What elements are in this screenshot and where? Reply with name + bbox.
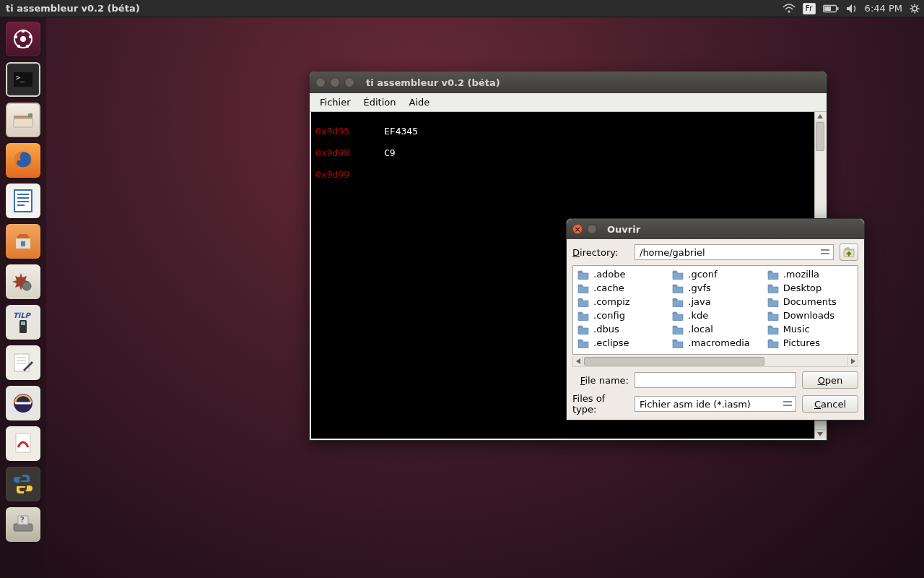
- app-titlebar[interactable]: ti assembleur v0.2 (béta): [310, 72, 827, 93]
- volume-icon[interactable]: [846, 4, 858, 14]
- svg-point-0: [788, 10, 790, 12]
- launcher-eclipse-icon[interactable]: [6, 386, 40, 420]
- launcher-evince-icon[interactable]: [6, 426, 40, 461]
- dialog-titlebar[interactable]: Ouvrir: [567, 219, 864, 239]
- top-panel: ti assembleur v0.2 (béta) Fr 6:44 PM: [0, 0, 924, 17]
- svg-point-19: [14, 35, 17, 38]
- file-entry-label: Pictures: [783, 337, 820, 348]
- menu-help[interactable]: Aide: [403, 95, 435, 110]
- help-icon[interactable]: [587, 224, 597, 234]
- battery-icon[interactable]: [823, 4, 839, 13]
- file-entry[interactable]: .adobe: [576, 267, 665, 281]
- file-entry[interactable]: .dbus: [576, 322, 665, 336]
- file-entry[interactable]: .cache: [576, 281, 665, 295]
- launcher-terminal-icon[interactable]: >_: [6, 62, 40, 97]
- file-entry[interactable]: Desktop: [766, 281, 855, 295]
- file-entry-label: .cache: [593, 282, 624, 293]
- file-entry-label: .gconf: [688, 269, 717, 280]
- horizontal-scrollbar[interactable]: [572, 356, 858, 367]
- file-entry[interactable]: .mozilla: [766, 267, 855, 281]
- clock[interactable]: 6:44 PM: [865, 3, 902, 14]
- dropdown-handle-icon: [783, 400, 793, 407]
- app-menubar: Fichier Édition Aide: [310, 93, 827, 112]
- svg-line-9: [911, 5, 912, 7]
- file-entry[interactable]: .kde: [671, 309, 759, 322]
- launcher-dash-icon[interactable]: [6, 22, 40, 56]
- launcher-tilp-icon[interactable]: TiLP: [6, 305, 40, 340]
- scroll-left-icon[interactable]: [573, 356, 583, 366]
- svg-line-12: [911, 10, 912, 12]
- svg-text:TiLP: TiLP: [13, 311, 32, 319]
- file-entry[interactable]: Downloads: [766, 309, 855, 322]
- file-entry[interactable]: .eclipse: [576, 336, 665, 350]
- svg-rect-3: [824, 7, 831, 11]
- file-entry[interactable]: Pictures: [766, 336, 855, 350]
- file-entry[interactable]: Documents: [766, 295, 855, 309]
- file-entry[interactable]: .gconf: [671, 267, 759, 281]
- file-entry[interactable]: .gvfs: [671, 281, 759, 295]
- svg-text:?: ?: [20, 516, 25, 524]
- svg-point-17: [26, 45, 29, 48]
- svg-line-10: [917, 10, 918, 12]
- menu-edit[interactable]: Édition: [358, 95, 402, 110]
- svg-point-33: [22, 282, 31, 290]
- svg-rect-30: [17, 204, 25, 206]
- svg-text:>_: >_: [16, 74, 25, 82]
- dir-up-button[interactable]: [840, 243, 858, 261]
- file-entry-label: Desktop: [783, 282, 822, 293]
- file-entry[interactable]: .config: [576, 309, 665, 322]
- scroll-thumb[interactable]: [816, 122, 824, 151]
- svg-rect-32: [21, 241, 25, 246]
- close-icon[interactable]: [315, 77, 326, 87]
- svg-rect-36: [21, 322, 25, 325]
- file-entry-label: .local: [688, 324, 712, 335]
- filename-label: File name:: [572, 375, 629, 386]
- dropdown-handle-icon: [820, 249, 830, 256]
- directory-select[interactable]: /home/gabriel: [635, 244, 834, 260]
- launcher-device-icon[interactable]: ?: [6, 507, 40, 542]
- close-icon[interactable]: [572, 224, 583, 234]
- svg-point-14: [20, 36, 26, 42]
- open-dialog: Ouvrir Directory: /home/gabriel .adobe.c…: [566, 218, 865, 420]
- maximize-icon[interactable]: [344, 77, 354, 87]
- svg-point-16: [29, 35, 32, 38]
- wifi-icon[interactable]: [783, 4, 796, 14]
- launcher-writer-icon[interactable]: [6, 184, 40, 218]
- active-app-title: ti assembleur v0.2 (béta): [6, 3, 140, 14]
- svg-line-11: [917, 5, 918, 7]
- launcher-software-center-icon[interactable]: [6, 224, 40, 259]
- file-entry[interactable]: .compiz: [576, 295, 665, 309]
- scroll-up-icon[interactable]: [815, 112, 825, 121]
- launcher-python-icon[interactable]: [6, 467, 40, 501]
- scroll-down-icon[interactable]: [815, 429, 825, 439]
- svg-point-4: [912, 7, 917, 11]
- launcher-settings-icon[interactable]: [6, 264, 40, 299]
- filename-input[interactable]: [635, 372, 796, 388]
- svg-rect-24: [28, 113, 32, 117]
- launcher-gedit-icon[interactable]: [6, 345, 40, 380]
- file-list[interactable]: .adobe.cache.compiz.config.dbus.eclipse.…: [572, 265, 858, 355]
- file-entry[interactable]: Music: [766, 322, 855, 336]
- minimize-icon[interactable]: [330, 77, 340, 87]
- file-entry-label: .dbus: [593, 324, 619, 335]
- filetype-select[interactable]: Fichier asm ide (*.iasm): [635, 396, 796, 412]
- cancel-button[interactable]: Cancel: [802, 395, 858, 413]
- file-entry[interactable]: .java: [671, 295, 759, 309]
- file-entry[interactable]: .local: [671, 322, 759, 336]
- keyboard-layout-indicator[interactable]: Fr: [803, 3, 816, 14]
- directory-value: /home/gabriel: [640, 247, 705, 258]
- file-entry[interactable]: .macromedia: [671, 336, 759, 350]
- launcher-files-icon[interactable]: [6, 103, 40, 137]
- dialog-title: Ouvrir: [607, 224, 640, 235]
- svg-rect-27: [17, 194, 29, 195]
- svg-point-15: [22, 30, 25, 33]
- menu-file[interactable]: Fichier: [314, 95, 357, 110]
- system-gear-icon[interactable]: [910, 4, 920, 14]
- scroll-thumb[interactable]: [584, 357, 764, 366]
- svg-rect-23: [14, 118, 32, 127]
- file-entry-label: .gvfs: [688, 282, 710, 293]
- file-entry-label: .compiz: [593, 296, 630, 307]
- scroll-right-icon[interactable]: [847, 356, 858, 366]
- open-button[interactable]: Open: [802, 371, 858, 389]
- launcher-firefox-icon[interactable]: [6, 143, 40, 178]
